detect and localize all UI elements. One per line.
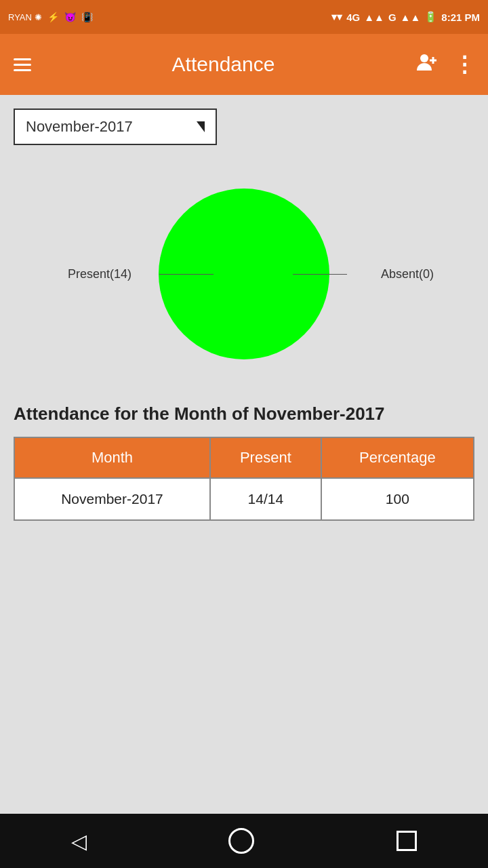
- attendance-heading: Attendance for the Month of November-201…: [14, 403, 474, 426]
- more-options-button[interactable]: ⋮: [453, 52, 474, 77]
- network-label: 4G: [346, 12, 360, 23]
- col-header-percentage: Percentage: [321, 437, 474, 478]
- ryan-logo: RYAN ✺: [8, 12, 42, 22]
- battery-icon: 🔋: [424, 11, 437, 23]
- pie-chart-container: Present(14) Absent(0): [14, 165, 474, 382]
- navigation-bar: ◁: [0, 814, 488, 868]
- cell-percentage: 100: [321, 478, 474, 520]
- wifi-icon: ▾▾: [331, 11, 342, 23]
- main-content: November-2017 Present(14) Absent(0) Atte…: [0, 95, 488, 534]
- absent-label: Absent(0): [381, 267, 434, 281]
- g-label: G: [388, 12, 396, 23]
- status-bar: RYAN ✺ ⚡ 😈 📳 ▾▾ 4G ▲▲ G ▲▲ 🔋 8:21 PM: [0, 0, 488, 34]
- recent-apps-button[interactable]: [396, 831, 417, 851]
- present-line: [159, 274, 214, 275]
- usb-icon: ⚡: [47, 12, 59, 22]
- status-bar-left: RYAN ✺ ⚡ 😈 📳: [8, 12, 93, 22]
- back-button[interactable]: ◁: [71, 829, 87, 853]
- cell-month: November-2017: [14, 478, 210, 520]
- page-title: Attendance: [172, 53, 275, 76]
- phone-icon: 📳: [81, 12, 93, 22]
- time-label: 8:21 PM: [441, 12, 480, 23]
- status-bar-right: ▾▾ 4G ▲▲ G ▲▲ 🔋 8:21 PM: [331, 11, 480, 23]
- toolbar: Attendance ⋮: [0, 34, 488, 95]
- signal-icon2: ▲▲: [401, 12, 421, 23]
- dropdown-arrow-icon: [197, 121, 205, 132]
- col-header-present: Present: [210, 437, 321, 478]
- toolbar-icons: ⋮: [415, 52, 474, 77]
- devil-icon: 😈: [64, 12, 76, 22]
- svg-point-0: [420, 54, 428, 62]
- attendance-table: Month Present Percentage November-2017 1…: [14, 437, 474, 521]
- table-row: November-2017 14/14 100: [14, 478, 474, 520]
- present-label: Present(14): [68, 267, 131, 281]
- home-button[interactable]: [228, 828, 254, 854]
- month-dropdown-value: November-2017: [26, 118, 133, 136]
- signal-icon: ▲▲: [364, 12, 384, 23]
- add-person-button[interactable]: [415, 52, 437, 77]
- table-header-row: Month Present Percentage: [14, 437, 474, 478]
- absent-line: [293, 274, 347, 275]
- month-dropdown[interactable]: November-2017: [14, 108, 217, 145]
- menu-button[interactable]: [14, 58, 31, 71]
- cell-present: 14/14: [210, 478, 321, 520]
- col-header-month: Month: [14, 437, 210, 478]
